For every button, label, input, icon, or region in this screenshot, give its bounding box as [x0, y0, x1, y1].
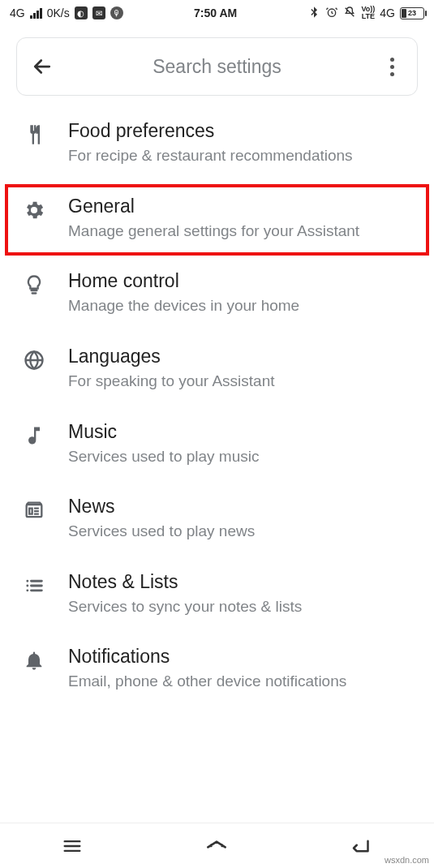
- overflow-menu-button[interactable]: [378, 58, 406, 76]
- status-left: 4G 0K/s ◐ ✉ 🎙: [10, 6, 123, 19]
- settings-item-general[interactable]: GeneralManage general settings for your …: [3, 183, 431, 258]
- search-input[interactable]: Search settings: [56, 56, 378, 78]
- settings-item-languages[interactable]: LanguagesFor speaking to your Assistant: [0, 333, 434, 408]
- nav-back-button[interactable]: [337, 830, 386, 862]
- network-label: 4G: [10, 6, 25, 19]
- settings-item-text: LanguagesFor speaking to your Assistant: [68, 346, 418, 392]
- bluetooth-icon: [307, 6, 320, 21]
- settings-item-subtitle: Services to sync your notes & lists: [68, 596, 418, 617]
- mute-icon: [343, 6, 356, 21]
- settings-item-title: Notifications: [68, 646, 418, 668]
- settings-item-title: Home control: [68, 270, 418, 292]
- settings-item-subtitle: Manage general settings for your Assista…: [68, 221, 418, 242]
- nav-menu-button[interactable]: [48, 830, 97, 862]
- settings-list: Food preferencesFor recipe & restaurant …: [0, 99, 434, 708]
- settings-item-text: Food preferencesFor recipe & restaurant …: [68, 120, 418, 166]
- globe-icon: [18, 346, 50, 372]
- list-icon: [18, 571, 50, 597]
- settings-item-notes-lists[interactable]: Notes & ListsServices to sync your notes…: [0, 558, 434, 634]
- net2-label: 4G: [380, 6, 395, 19]
- watermark: wsxdn.com: [385, 855, 429, 865]
- back-button[interactable]: [28, 53, 56, 80]
- signal-icon: [30, 8, 42, 19]
- status-time: 7:50 AM: [194, 6, 237, 19]
- settings-item-text: NotificationsEmail, phone & other device…: [68, 646, 418, 692]
- settings-item-text: MusicServices used to play music: [68, 421, 418, 467]
- mic-icon: 🎙: [110, 6, 123, 19]
- settings-item-subtitle: For speaking to your Assistant: [68, 371, 418, 392]
- settings-item-title: General: [68, 196, 418, 217]
- nav-home-button[interactable]: [192, 830, 241, 862]
- mail-icon: ✉: [92, 6, 105, 19]
- dnd-icon: ◐: [75, 6, 88, 19]
- settings-item-subtitle: For recipe & restaurant recommendations: [68, 145, 418, 166]
- settings-item-subtitle: Services used to play news: [68, 521, 418, 542]
- settings-item-notifications[interactable]: NotificationsEmail, phone & other device…: [0, 633, 434, 708]
- settings-item-home-control[interactable]: Home controlManage the devices in your h…: [0, 257, 434, 333]
- newspaper-icon: [18, 496, 50, 522]
- alarm-icon: [325, 6, 338, 21]
- settings-item-text: Home controlManage the devices in your h…: [68, 270, 418, 316]
- navigation-bar: [0, 823, 434, 868]
- settings-item-food-preferences[interactable]: Food preferencesFor recipe & restaurant …: [0, 107, 434, 183]
- settings-item-music[interactable]: MusicServices used to play music: [0, 408, 434, 483]
- bulb-icon: [18, 270, 50, 296]
- settings-item-title: News: [68, 496, 418, 518]
- bell-icon: [18, 646, 50, 672]
- search-bar[interactable]: Search settings: [16, 37, 418, 96]
- settings-item-title: Music: [68, 421, 418, 443]
- settings-item-text: GeneralManage general settings for your …: [68, 196, 418, 242]
- settings-item-title: Food preferences: [68, 120, 418, 142]
- settings-item-text: Notes & ListsServices to sync your notes…: [68, 571, 418, 617]
- settings-item-subtitle: Services used to play music: [68, 446, 418, 467]
- gear-icon: [18, 196, 50, 221]
- settings-item-text: NewsServices used to play news: [68, 496, 418, 542]
- status-bar: 4G 0K/s ◐ ✉ 🎙 7:50 AM Vo))LTE 4G 23: [0, 0, 434, 26]
- settings-item-subtitle: Email, phone & other device notification…: [68, 671, 418, 692]
- net-speed: 0K/s: [47, 6, 70, 19]
- settings-item-title: Notes & Lists: [68, 571, 418, 593]
- status-right: Vo))LTE 4G 23: [307, 6, 424, 21]
- settings-item-title: Languages: [68, 346, 418, 367]
- volte-label: Vo))LTE: [361, 6, 375, 20]
- settings-item-subtitle: Manage the devices in your home: [68, 295, 418, 316]
- music-note-icon: [18, 421, 50, 447]
- battery-icon: 23: [400, 7, 424, 19]
- settings-item-news[interactable]: NewsServices used to play news: [0, 483, 434, 558]
- fork-knife-icon: [18, 120, 50, 146]
